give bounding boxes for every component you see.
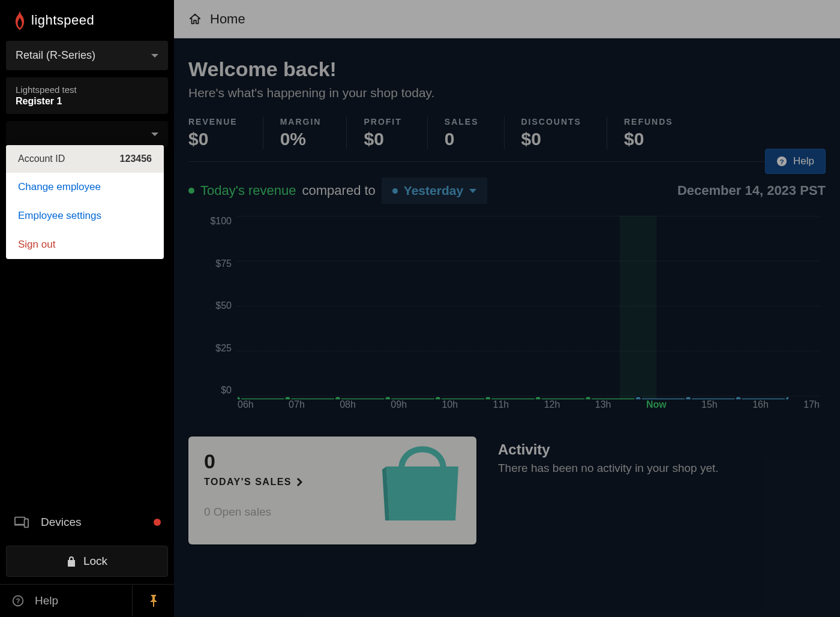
activity-text: There has been no activity in your shop … (498, 462, 826, 475)
welcome-heading: Welcome back! (188, 58, 826, 81)
stat-label: REVENUE (188, 117, 238, 127)
compare-period-label: Yesterday (404, 183, 463, 198)
shopping-bag-icon (362, 437, 476, 520)
register-block[interactable]: Lightspeed test Register 1 (6, 77, 168, 114)
stat-value: $0 (364, 129, 401, 149)
stat-value: $0 (624, 129, 673, 149)
legend-dot-today (188, 188, 194, 194)
activity-block: Activity There has been no activity in y… (498, 437, 826, 544)
lock-label: Lock (83, 555, 107, 568)
svg-rect-1 (15, 517, 25, 525)
svg-point-10 (335, 396, 341, 399)
account-id-value: 123456 (120, 154, 152, 164)
sidebar-item-devices[interactable]: Devices (0, 506, 174, 538)
stat-label: DISCOUNTS (521, 117, 581, 127)
svg-point-20 (785, 396, 788, 399)
pin-icon (149, 595, 158, 607)
current-date: December 14, 2023 PST (677, 183, 826, 198)
today-revenue-label: Today's revenue (200, 183, 296, 198)
sidebar: lightspeed Retail (R-Series) Lightspeed … (0, 0, 174, 617)
welcome-subtitle: Here's what's happening in your shop tod… (188, 86, 826, 100)
compare-left: Today's revenue compared to Yesterday (188, 177, 487, 204)
svg-point-12 (435, 396, 441, 399)
stat-discounts: DISCOUNTS $0 (521, 117, 607, 149)
series-selector[interactable]: Retail (R-Series) (6, 41, 168, 70)
chevron-right-icon (296, 478, 302, 486)
sign-out-link[interactable]: Sign out (6, 230, 164, 259)
help-button[interactable]: ? Help (765, 149, 826, 174)
home-icon (188, 13, 202, 26)
stat-label: MARGIN (280, 117, 322, 127)
help-icon: ? (776, 156, 787, 167)
caret-down-icon (469, 189, 476, 193)
pin-button[interactable] (132, 585, 174, 616)
devices-icon (14, 516, 29, 528)
sidebar-item-label: Devices (41, 516, 82, 529)
svg-rect-7 (620, 216, 656, 399)
sidebar-item-help[interactable]: ? Help (0, 585, 132, 617)
stat-margin: MARGIN 0% (280, 117, 347, 149)
activity-title: Activity (498, 441, 826, 458)
bottom-row: 0 TODAY'S SALES 0 Open sales Activity Th… (174, 437, 840, 544)
svg-point-13 (485, 396, 491, 399)
svg-point-11 (385, 396, 391, 399)
stat-revenue: REVENUE $0 (188, 117, 263, 149)
brand-logo: lightspeed (0, 0, 174, 37)
shop-name: Lightspeed test (16, 85, 158, 95)
stat-value: 0% (280, 129, 322, 149)
todays-sales-label: TODAY'S SALES (204, 477, 292, 487)
todays-sales-card[interactable]: 0 TODAY'S SALES 0 Open sales (188, 437, 476, 544)
compare-period-selector[interactable]: Yesterday (382, 177, 487, 204)
dashboard: Welcome back! Here's what's happening in… (174, 38, 840, 617)
chart-plot (238, 216, 788, 399)
page-title: Home (210, 11, 245, 27)
svg-text:?: ? (16, 597, 20, 604)
stat-label: SALES (445, 117, 479, 127)
account-dropdown-header: Account ID 123456 (6, 145, 164, 173)
svg-text:?: ? (779, 158, 784, 165)
user-selector[interactable] (6, 121, 168, 148)
help-icon: ? (12, 595, 24, 607)
caret-down-icon (151, 133, 158, 136)
change-employee-link[interactable]: Change employee (6, 173, 164, 201)
stat-sales: SALES 0 (445, 117, 505, 149)
lock-button[interactable]: Lock (6, 546, 168, 577)
stat-value: 0 (445, 129, 479, 149)
help-row: ? Help (0, 584, 174, 617)
stat-profit: PROFIT $0 (364, 117, 427, 149)
compared-to-label: compared to (302, 183, 376, 198)
stat-label: PROFIT (364, 117, 401, 127)
svg-rect-3 (25, 519, 28, 527)
brand-text: lightspeed (31, 13, 94, 28)
content: Home Welcome back! Here's what's happeni… (174, 0, 840, 617)
register-name: Register 1 (16, 96, 158, 107)
stat-refunds: REFUNDS $0 (624, 117, 698, 149)
lock-icon (67, 556, 76, 567)
stat-label: REFUNDS (624, 117, 673, 127)
help-label: Help (35, 594, 58, 607)
compare-row: Today's revenue compared to Yesterday De… (188, 177, 826, 204)
revenue-chart: $100$75$50$25$0 06h07h08h09h10h11h12h13h… (188, 216, 826, 420)
account-dropdown: Account ID 123456 Change employee Employ… (6, 145, 164, 259)
svg-point-9 (284, 396, 290, 399)
svg-point-19 (735, 396, 741, 399)
legend-dot-yesterday (392, 188, 398, 194)
svg-point-14 (535, 396, 541, 399)
svg-point-18 (685, 396, 691, 399)
topbar: Home (174, 0, 840, 38)
chart-y-axis: $100$75$50$25$0 (205, 216, 232, 396)
stats-row: REVENUE $0 MARGIN 0% PROFIT $0 SALES 0 (188, 117, 826, 162)
chart-x-axis: 06h07h08h09h10h11h12h13hNow15h16h17h (238, 399, 820, 410)
account-id-label: Account ID (18, 154, 65, 164)
svg-point-8 (238, 396, 241, 399)
stat-value: $0 (521, 129, 581, 149)
stat-value: $0 (188, 129, 238, 149)
flame-icon (13, 11, 26, 30)
svg-point-17 (635, 396, 641, 399)
caret-down-icon (151, 54, 158, 58)
alert-dot-icon (154, 519, 161, 526)
employee-settings-link[interactable]: Employee settings (6, 201, 164, 230)
series-label: Retail (R-Series) (16, 49, 95, 62)
help-button-label: Help (793, 155, 814, 167)
svg-point-15 (585, 396, 591, 399)
